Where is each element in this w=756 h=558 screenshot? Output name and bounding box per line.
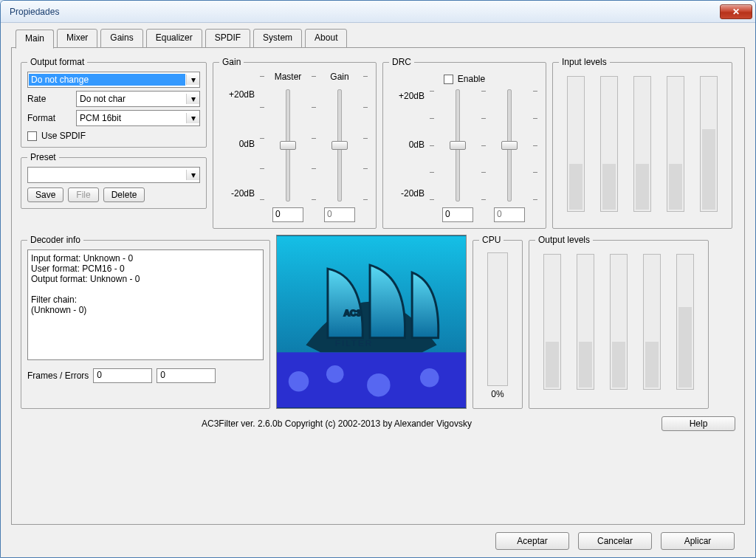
preset-combo[interactable]: ▾ — [27, 167, 200, 183]
gain-gain-readout: 0 — [324, 207, 355, 222]
input-level-meter — [667, 76, 684, 212]
tab-spdif[interactable]: SPDIF — [205, 29, 250, 48]
tick-plus20: +20dB — [389, 91, 425, 101]
window-title: Propiedades — [10, 7, 720, 17]
logo-graphic-icon: AC3 FILTER — [277, 235, 466, 408]
speakers-combo[interactable]: Do not change ▾ — [27, 72, 200, 88]
apply-button[interactable]: Aplicar — [661, 532, 735, 550]
slider-thumb-icon — [331, 141, 348, 150]
drc-level-slider[interactable] — [499, 86, 520, 204]
tick-minus20: -20dB — [219, 188, 255, 199]
group-preset: Preset ▾ Save File Delete — [21, 152, 207, 209]
preset-file-button[interactable]: File — [68, 187, 98, 202]
output-level-meter — [610, 254, 628, 390]
group-decoder-info: Decoder info Frames / Errors 0 0 — [21, 235, 270, 409]
tick-0: 0dB — [219, 139, 255, 149]
input-level-meter — [700, 76, 718, 212]
group-drc: DRC Enable +20dB 0dB -20dB — [382, 57, 546, 229]
titlebar: Propiedades ✕ — [1, 1, 755, 23]
legend-gain: Gain — [219, 57, 244, 67]
properties-window: Propiedades ✕ Main Mixer Gains Equalizer… — [0, 0, 756, 558]
legend-input-levels: Input levels — [559, 57, 610, 67]
preset-value — [28, 174, 186, 176]
use-spdif-label: Use SPDIF — [41, 131, 86, 141]
drc-power-slider[interactable] — [447, 86, 468, 204]
use-spdif-checkbox[interactable]: Use SPDIF — [27, 131, 200, 141]
drc-level-readout: 0 — [494, 207, 525, 222]
cancel-button[interactable]: Cancelar — [578, 532, 652, 550]
svg-point-3 — [326, 365, 344, 383]
svg-point-5 — [420, 368, 439, 388]
tab-equalizer[interactable]: Equalizer — [146, 29, 202, 48]
drc-power-input[interactable]: 0 — [442, 207, 473, 222]
tick-plus20: +20dB — [219, 89, 255, 100]
chevron-down-icon: ▾ — [186, 113, 199, 123]
cpu-meter — [487, 252, 508, 386]
frames-readout: 0 — [93, 368, 152, 383]
group-output-format: Output format Do not change ▾ Rate Do no… — [21, 57, 207, 148]
group-cpu: CPU 0% — [472, 235, 523, 409]
format-combo[interactable]: PCM 16bit ▾ — [76, 110, 200, 126]
svg-point-2 — [289, 371, 309, 392]
tab-system[interactable]: System — [253, 29, 302, 48]
format-label: Format — [27, 113, 72, 123]
tab-main[interactable]: Main — [16, 30, 54, 49]
errors-readout: 0 — [157, 368, 216, 383]
decoder-info-text[interactable] — [27, 249, 264, 360]
output-level-meter — [643, 254, 661, 390]
tab-strip: Main Mixer Gains Equalizer SPDIF System … — [11, 29, 745, 48]
tick-0: 0dB — [389, 140, 425, 150]
svg-point-4 — [367, 373, 391, 397]
drc-enable-checkbox[interactable]: Enable — [389, 72, 540, 86]
chevron-down-icon: ▾ — [186, 94, 199, 104]
format-value: PCM 16bit — [77, 112, 186, 124]
rate-value: Do not char — [77, 93, 186, 105]
legend-drc: DRC — [389, 57, 414, 67]
slider-thumb-icon — [501, 141, 518, 150]
frames-errors-label: Frames / Errors — [27, 371, 89, 381]
svg-text:AC3: AC3 — [344, 308, 362, 318]
slider-thumb-icon — [280, 141, 296, 150]
svg-text:FILTER: FILTER — [335, 338, 374, 348]
help-button[interactable]: Help — [662, 416, 735, 431]
output-level-meter — [676, 254, 694, 390]
tab-gains[interactable]: Gains — [100, 29, 142, 48]
input-level-meter — [567, 76, 585, 212]
slider-thumb-icon — [450, 141, 466, 150]
gain-tick-labels: +20dB 0dB -20dB — [219, 72, 255, 204]
legend-output-format: Output format — [27, 57, 87, 67]
drc-tick-labels: +20dB 0dB -20dB — [389, 86, 425, 204]
legend-preset: Preset — [27, 152, 59, 162]
drc-enable-label: Enable — [458, 74, 485, 84]
tab-about[interactable]: About — [305, 29, 347, 48]
tab-page-main: Output format Do not change ▾ Rate Do no… — [11, 47, 745, 525]
legend-decoder: Decoder info — [27, 235, 83, 245]
close-icon: ✕ — [732, 7, 740, 17]
gain-master-input[interactable]: 0 — [272, 207, 303, 222]
gain-gain-slider[interactable] — [329, 86, 350, 204]
legend-cpu: CPU — [479, 235, 504, 245]
ok-button[interactable]: Aceptar — [495, 532, 569, 550]
preset-delete-button[interactable]: Delete — [103, 187, 145, 202]
chevron-down-icon: ▾ — [186, 170, 199, 180]
input-level-meter — [600, 76, 618, 212]
input-level-meter — [633, 76, 651, 212]
cpu-value: 0% — [491, 389, 504, 402]
close-button[interactable]: ✕ — [720, 4, 752, 19]
gain-master-slider[interactable] — [278, 86, 298, 204]
preset-save-button[interactable]: Save — [27, 187, 63, 202]
tab-mixer[interactable]: Mixer — [57, 29, 97, 48]
checkbox-box-icon — [444, 75, 453, 84]
chevron-down-icon: ▾ — [186, 75, 199, 85]
rate-combo[interactable]: Do not char ▾ — [76, 91, 200, 107]
speakers-value: Do not change — [29, 74, 185, 86]
output-level-meter — [543, 254, 561, 390]
content-area: Main Mixer Gains Equalizer SPDIF System … — [1, 23, 755, 557]
rate-label: Rate — [27, 94, 72, 104]
output-level-meter — [577, 254, 594, 390]
group-output-levels: Output levels — [529, 235, 709, 409]
gain-master-label: Master — [275, 72, 302, 86]
group-gain: Gain +20dB 0dB -20dB Master — [213, 57, 377, 229]
tick-minus20: -20dB — [389, 188, 425, 199]
group-input-levels: Input levels — [552, 57, 732, 229]
